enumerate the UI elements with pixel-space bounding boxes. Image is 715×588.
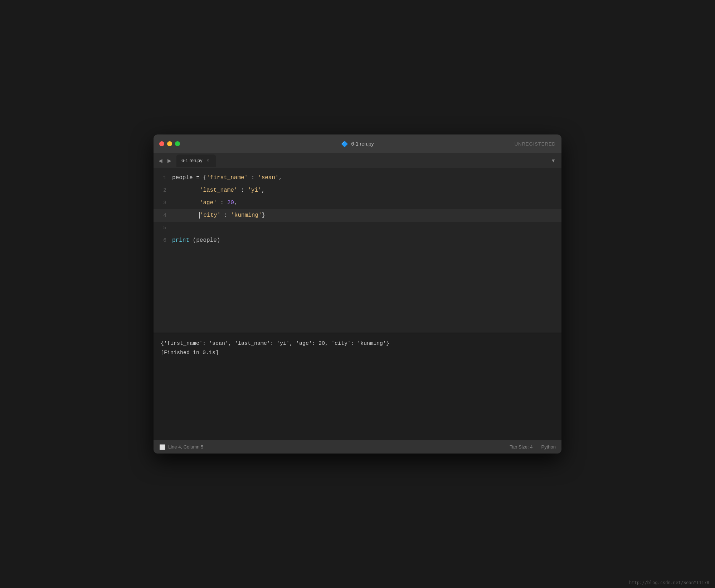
maximize-button[interactable] xyxy=(175,141,180,146)
statusbar: ⬜ Line 4, Column 5 Tab Size: 4 Python xyxy=(154,440,561,454)
language: Python xyxy=(541,444,556,450)
nav-arrows: ◀ ▶ xyxy=(156,156,174,165)
line-number-5: 5 xyxy=(154,222,172,234)
traffic-lights xyxy=(159,141,180,146)
tab-label: 6-1 ren.py xyxy=(181,158,203,163)
nav-back[interactable]: ◀ xyxy=(156,156,165,165)
code-line-5: 5 xyxy=(154,222,561,234)
line-number-4: 4 xyxy=(154,210,172,222)
cursor-position: Line 4, Column 5 xyxy=(168,444,203,450)
statusbar-left: ⬜ Line 4, Column 5 xyxy=(159,444,203,450)
terminal-icon: ⬜ xyxy=(159,444,165,450)
code-line-2: 2 'last_name' : 'yi', xyxy=(154,184,561,197)
code-content-6: print (people) xyxy=(172,234,561,246)
code-content-2: 'last_name' : 'yi', xyxy=(172,184,561,196)
tab-file[interactable]: 6-1 ren.py × xyxy=(176,155,216,167)
output-panel: {'first_name': 'sean', 'last_name': 'yi'… xyxy=(154,333,561,440)
tabbar: ◀ ▶ 6-1 ren.py × ▼ xyxy=(154,153,561,168)
titlebar: 🔷 6-1 ren.py UNREGISTERED xyxy=(154,134,561,153)
code-content-3: 'age' : 20, xyxy=(172,197,561,209)
minimize-button[interactable] xyxy=(167,141,172,146)
nav-forward[interactable]: ▶ xyxy=(165,156,174,165)
statusbar-right: Tab Size: 4 Python xyxy=(510,444,556,450)
code-line-6: 6 print (people) xyxy=(154,234,561,247)
code-line-1: 1 people = {'first_name' : 'sean', xyxy=(154,172,561,184)
file-icon: 🔷 xyxy=(341,141,348,147)
code-content-1: people = {'first_name' : 'sean', xyxy=(172,172,561,184)
unregistered-label: UNREGISTERED xyxy=(515,141,556,147)
output-line-2: [Finished in 0.1s] xyxy=(161,348,554,358)
editor-area[interactable]: 1 people = {'first_name' : 'sean', 2 'la… xyxy=(154,168,561,333)
titlebar-filename: 6-1 ren.py xyxy=(351,141,374,147)
code-content-4: 'city' : 'kunming'} xyxy=(172,209,561,221)
line-number-2: 2 xyxy=(154,185,172,197)
watermark: http://blog.csdn.net/SeanYI1178 xyxy=(629,580,709,585)
code-line-3: 3 'age' : 20, xyxy=(154,197,561,209)
close-button[interactable] xyxy=(159,141,164,146)
line-number-6: 6 xyxy=(154,235,172,247)
code-content-5 xyxy=(172,222,561,234)
titlebar-title: 🔷 6-1 ren.py xyxy=(341,141,374,147)
code-line-4: 4 'city' : 'kunming'} xyxy=(154,209,561,222)
window: 🔷 6-1 ren.py UNREGISTERED ◀ ▶ 6-1 ren.py… xyxy=(154,134,561,454)
output-line-1: {'first_name': 'sean', 'last_name': 'yi'… xyxy=(161,339,554,348)
tab-close[interactable]: × xyxy=(205,157,211,164)
tab-size: Tab Size: 4 xyxy=(510,444,532,450)
line-number-3: 3 xyxy=(154,197,172,209)
tabbar-dropdown[interactable]: ▼ xyxy=(548,156,559,165)
line-number-1: 1 xyxy=(154,172,172,184)
